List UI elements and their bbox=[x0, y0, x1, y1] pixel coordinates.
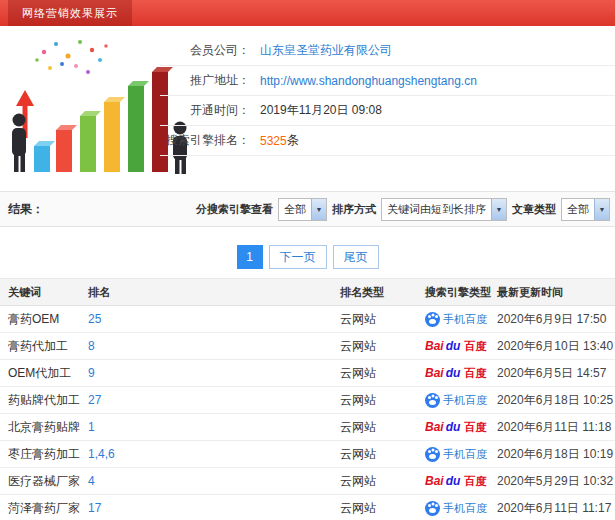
chevron-down-icon: ▼ bbox=[311, 199, 326, 220]
rank-type-cell: 云网站 bbox=[340, 473, 425, 490]
engine-filter-value: 全部 bbox=[279, 202, 311, 217]
rank-cell: 27 bbox=[88, 393, 340, 407]
baidu-logo-cn: 百度 bbox=[464, 474, 486, 489]
baidu-logo-du: du bbox=[446, 474, 461, 488]
table-row: 医疗器械厂家 4 云网站 Baidu百度 2020年5月29日 10:32 bbox=[0, 468, 615, 495]
page-title: 网络营销效果展示 bbox=[8, 0, 132, 26]
mobile-baidu-icon bbox=[425, 393, 440, 408]
engine-type-cell: 手机百度 bbox=[425, 312, 497, 327]
baidu-logo-cn: 百度 bbox=[464, 366, 486, 381]
table-header-row: 关键词 排名 排名类型 搜索引擎类型 最新更新时间 bbox=[0, 278, 615, 306]
chevron-down-icon: ▼ bbox=[491, 199, 506, 220]
member-info-section: 会员公司： 山东皇圣堂药业有限公司 推广地址： http://www.shand… bbox=[0, 26, 615, 191]
page-number-current[interactable]: 1 bbox=[237, 245, 263, 269]
rank-type-cell: 云网站 bbox=[340, 419, 425, 436]
pagination: 1 下一页 尾页 bbox=[0, 245, 615, 269]
results-table: 关键词 排名 排名类型 搜索引擎类型 最新更新时间 膏药OEM 25 云网站 手… bbox=[0, 278, 615, 520]
rank-link[interactable]: 27 bbox=[88, 393, 101, 407]
keyword-cell: OEM代加工 bbox=[8, 365, 88, 382]
engine-type-cell: 手机百度 bbox=[425, 393, 497, 408]
baidu-logo-du: du bbox=[446, 339, 461, 353]
company-link[interactable]: 山东皇圣堂药业有限公司 bbox=[260, 42, 392, 59]
baidu-logo-du: du bbox=[446, 366, 461, 380]
update-time-cell: 2020年6月18日 10:25 bbox=[497, 392, 615, 409]
rank-link[interactable]: 1,4,6 bbox=[88, 447, 115, 461]
rank-count-suffix: 条 bbox=[287, 132, 299, 149]
rank-count-row: 搜索引擎排名： 5325 条 bbox=[160, 126, 615, 156]
company-row: 会员公司： 山东皇圣堂药业有限公司 bbox=[160, 36, 615, 66]
promo-url-row: 推广地址： http://www.shandonghuangshengtang.… bbox=[160, 66, 615, 96]
table-row: OEM代加工 9 云网站 Baidu百度 2020年6月5日 14:57 bbox=[0, 360, 615, 387]
rank-type-cell: 云网站 bbox=[340, 311, 425, 328]
update-time-cell: 2020年6月9日 17:50 bbox=[497, 311, 615, 328]
rank-cell: 1,4,6 bbox=[88, 447, 340, 461]
next-page-button[interactable]: 下一页 bbox=[269, 245, 327, 269]
engine-type-cell: 手机百度 bbox=[425, 501, 497, 516]
engine-type-cell: 手机百度 bbox=[425, 447, 497, 462]
rank-link[interactable]: 8 bbox=[88, 339, 95, 353]
bar-chart-bars bbox=[34, 67, 173, 172]
header-rank-type: 排名类型 bbox=[340, 285, 425, 300]
mobile-baidu-label: 手机百度 bbox=[443, 501, 487, 516]
open-time-label: 开通时间： bbox=[160, 102, 250, 119]
table-row: 药贴牌代加工 27 云网站 手机百度 2020年6月18日 10:25 bbox=[0, 387, 615, 414]
rank-type-cell: 云网站 bbox=[340, 500, 425, 517]
rank-link[interactable]: 25 bbox=[88, 312, 101, 326]
engine-type-cell: Baidu百度 bbox=[425, 339, 497, 354]
keyword-cell: 药贴牌代加工 bbox=[8, 392, 88, 409]
keyword-cell: 北京膏药贴牌 bbox=[8, 419, 88, 436]
member-info-panel: 会员公司： 山东皇圣堂药业有限公司 推广地址： http://www.shand… bbox=[160, 36, 615, 156]
table-body: 膏药OEM 25 云网站 手机百度 2020年6月9日 17:50 膏药代加工 … bbox=[0, 306, 615, 520]
mobile-baidu-label: 手机百度 bbox=[443, 393, 487, 408]
last-page-button[interactable]: 尾页 bbox=[333, 245, 379, 269]
type-filter-select[interactable]: 全部 ▼ bbox=[561, 198, 610, 221]
table-row: 膏药OEM 25 云网站 手机百度 2020年6月9日 17:50 bbox=[0, 306, 615, 333]
update-time-cell: 2020年6月18日 10:19 bbox=[497, 446, 615, 463]
open-time-value: 2019年11月20日 09:08 bbox=[260, 102, 382, 119]
mobile-baidu-icon bbox=[425, 312, 440, 327]
rank-link[interactable]: 9 bbox=[88, 366, 95, 380]
rank-link[interactable]: 1 bbox=[88, 420, 95, 434]
engine-filter-label: 分搜索引擎查看 bbox=[196, 202, 273, 217]
promo-url-link[interactable]: http://www.shandonghuangshengtang.cn bbox=[260, 74, 477, 88]
table-row: 膏药代加工 8 云网站 Baidu百度 2020年6月10日 13:40 bbox=[0, 333, 615, 360]
update-time-cell: 2020年6月10日 13:40 bbox=[497, 338, 615, 355]
confetti-dots bbox=[35, 40, 108, 74]
keyword-cell: 菏泽膏药厂家 bbox=[8, 500, 88, 517]
engine-filter-select[interactable]: 全部 ▼ bbox=[278, 198, 327, 221]
header-keyword: 关键词 bbox=[8, 285, 88, 300]
rank-cell: 25 bbox=[88, 312, 340, 326]
mobile-baidu-label: 手机百度 bbox=[443, 447, 487, 462]
table-row: 枣庄膏药加工 1,4,6 云网站 手机百度 2020年6月18日 10:19 bbox=[0, 441, 615, 468]
rank-link[interactable]: 4 bbox=[88, 474, 95, 488]
header-update-time: 最新更新时间 bbox=[497, 285, 615, 300]
mobile-baidu-icon bbox=[425, 447, 440, 462]
sort-filter-select[interactable]: 关键词由短到长排序 ▼ bbox=[381, 198, 507, 221]
rank-cell: 9 bbox=[88, 366, 340, 380]
table-row: 北京膏药贴牌 1 云网站 Baidu百度 2020年6月11日 11:18 bbox=[0, 414, 615, 441]
header-bar: 网络营销效果展示 bbox=[0, 0, 615, 26]
rank-type-cell: 云网站 bbox=[340, 338, 425, 355]
open-time-row: 开通时间： 2019年11月20日 09:08 bbox=[160, 96, 615, 126]
rank-cell: 4 bbox=[88, 474, 340, 488]
rank-cell: 17 bbox=[88, 501, 340, 515]
update-time-cell: 2020年5月29日 10:32 bbox=[497, 473, 615, 490]
mobile-baidu-icon bbox=[425, 501, 440, 516]
header-rank: 排名 bbox=[88, 285, 340, 300]
rank-type-cell: 云网站 bbox=[340, 365, 425, 382]
rank-count-label: 搜索引擎排名： bbox=[160, 132, 250, 149]
rank-cell: 1 bbox=[88, 420, 340, 434]
baidu-logo-cn: 百度 bbox=[464, 339, 486, 354]
keyword-cell: 枣庄膏药加工 bbox=[8, 446, 88, 463]
rank-link[interactable]: 17 bbox=[88, 501, 101, 515]
filter-bar: 结果： 分搜索引擎查看 全部 ▼ 排序方式 关键词由短到长排序 ▼ 文章类型 全… bbox=[0, 191, 615, 227]
type-filter-label: 文章类型 bbox=[512, 202, 556, 217]
businessman-left bbox=[12, 114, 26, 173]
keyword-cell: 膏药OEM bbox=[8, 311, 88, 328]
filter-controls: 分搜索引擎查看 全部 ▼ 排序方式 关键词由短到长排序 ▼ 文章类型 全部 ▼ … bbox=[196, 192, 615, 226]
type-filter-value: 全部 bbox=[562, 202, 594, 217]
baidu-logo-cn: 百度 bbox=[464, 420, 486, 435]
header-engine-type: 搜索引擎类型 bbox=[425, 285, 497, 300]
rank-cell: 8 bbox=[88, 339, 340, 353]
baidu-logo: Bai bbox=[425, 474, 444, 488]
